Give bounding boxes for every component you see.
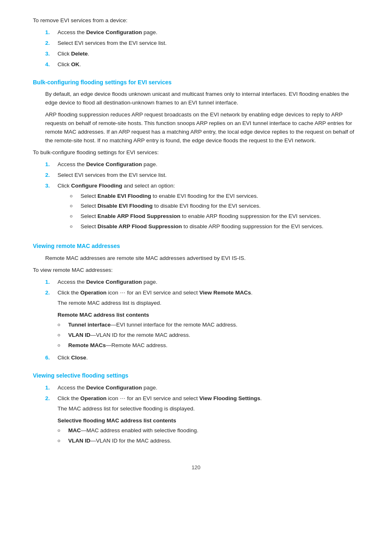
page-number: 120 — [33, 463, 359, 472]
bulk-para1: By default, an edge device floods unknow… — [45, 90, 359, 107]
bulk-step-2: Select EVI services from the EVI service… — [45, 171, 359, 180]
remote-mac-bullets: Tunnel interface—EVI tunnel interface fo… — [58, 321, 359, 350]
bulk-steps: Access the Device Configuration page. Se… — [45, 160, 359, 233]
remote-mac-steps: Access the Device Configuration page. Cl… — [45, 278, 359, 362]
remote-mac-bullet-3: Remote MACs—Remote MAC address. — [58, 341, 359, 350]
remove-step-3: Click Delete. — [45, 50, 359, 58]
remove-step-4: Click OK. — [45, 60, 359, 69]
remove-step-1-bold: Device Configuration — [86, 29, 142, 35]
remove-step-1: Access the Device Configuration page. — [45, 28, 359, 37]
selective-step-1: Access the Device Configuration page. — [45, 384, 359, 392]
selective-bullet-1: MAC—MAC address enabled with selective f… — [58, 426, 359, 435]
section-bulk-heading: Bulk-configuring flooding settings for E… — [33, 78, 359, 87]
selective-bullets: MAC—MAC address enabled with selective f… — [58, 426, 359, 445]
remote-mac-intro-steps: To view remote MAC addresses: — [33, 266, 359, 275]
bulk-bullet-1: Select Enable EVI Flooding to enable EVI… — [70, 192, 359, 201]
remote-mac-bullet-1: Tunnel interface—EVI tunnel interface fo… — [58, 321, 359, 329]
remote-mac-step-3: Click Close. — [45, 354, 359, 362]
bulk-bullet-4: Select Disable ARP Flood Suppression to … — [70, 222, 359, 231]
remote-mac-bullet-2: VLAN ID—VLAN ID for the remote MAC addre… — [58, 331, 359, 340]
remote-mac-step-2: Click the Operation icon ⋯ for an EVI se… — [45, 289, 359, 352]
bulk-sub-bullets: Select Enable EVI Flooding to enable EVI… — [70, 192, 359, 232]
remote-mac-list-heading: Remote MAC address list contents — [58, 311, 359, 320]
bulk-intro-steps: To bulk-configure flooding settings for … — [33, 148, 359, 157]
bulk-step-1: Access the Device Configuration page. — [45, 160, 359, 169]
selective-bullet-2: VLAN ID—VLAN ID for the MAC address. — [58, 437, 359, 445]
section-remote-mac-heading: Viewing remote MAC addresses — [33, 242, 359, 251]
selective-step-2: Click the Operation icon ⋯ for an EVI se… — [45, 394, 359, 447]
operation-icon: ⋯ — [120, 289, 126, 297]
operation-icon-2: ⋯ — [120, 394, 126, 403]
remove-step-3-bold: Delete — [71, 51, 88, 57]
remove-step-4-bold: OK — [71, 61, 79, 67]
bulk-step-3: Click Configure Flooding and select an o… — [45, 182, 359, 233]
page-content: To remove EVI services from a device: Ac… — [0, 0, 392, 496]
remote-mac-para1: Remote MAC addresses are remote site MAC… — [45, 254, 359, 263]
remote-mac-step-2-sub: The remote MAC address list is displayed… — [58, 299, 359, 308]
remove-evi-steps: Access the Device Configuration page. Se… — [45, 28, 359, 69]
selective-step-2-sub: The MAC address list for selective flood… — [58, 405, 359, 413]
bulk-bullet-3: Select Enable ARP Flood Suppression to e… — [70, 212, 359, 221]
bulk-bullet-2: Select Disable EVI Flooding to disable E… — [70, 202, 359, 211]
selective-list-heading: Selective flooding MAC address list cont… — [58, 417, 359, 425]
bulk-para2: ARP flooding suppression reduces ARP req… — [45, 111, 359, 145]
remove-step-2: Select EVI services from the EVI service… — [45, 39, 359, 48]
section-selective-heading: Viewing selective flooding settings — [33, 371, 359, 380]
remote-mac-step-1: Access the Device Configuration page. — [45, 278, 359, 287]
selective-steps: Access the Device Configuration page. Cl… — [45, 384, 359, 447]
remove-evi-intro: To remove EVI services from a device: — [33, 16, 359, 25]
